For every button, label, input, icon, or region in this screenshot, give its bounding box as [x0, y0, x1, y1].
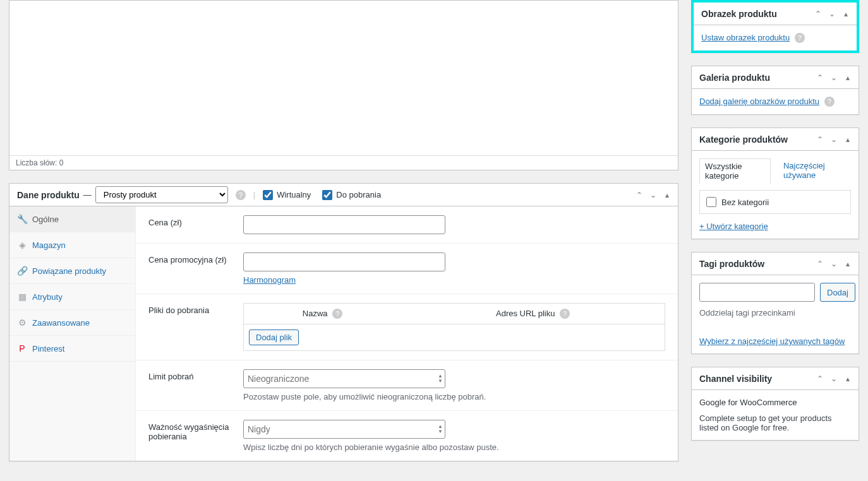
- tab-advanced[interactable]: ⚙Zaawansowane: [9, 310, 135, 336]
- toggle-icon[interactable]: ▴: [842, 73, 853, 82]
- cat-tab-popular[interactable]: Najczęściej używane: [778, 158, 851, 184]
- move-down-icon[interactable]: ⌄: [828, 374, 840, 383]
- description-editor: Liczba słów: 0: [9, 0, 678, 170]
- downloadable-checkbox-label[interactable]: Do pobrania: [322, 190, 381, 200]
- move-up-icon[interactable]: ⌃: [634, 191, 645, 199]
- help-icon[interactable]: ?: [795, 33, 805, 43]
- price-input[interactable]: [243, 215, 445, 234]
- move-down-icon[interactable]: ⌄: [648, 191, 659, 199]
- product-gallery-postbox: Galeria produktu ⌃ ⌄ ▴ Dodaj galerię obr…: [691, 66, 859, 115]
- downloadable-checkbox[interactable]: [322, 190, 332, 200]
- toggle-icon[interactable]: ▴: [661, 191, 673, 199]
- category-item[interactable]: Bez kategorii: [706, 197, 844, 207]
- help-icon[interactable]: ?: [560, 309, 570, 319]
- attributes-icon: ▦: [17, 292, 27, 302]
- tag-input[interactable]: [699, 283, 815, 302]
- expiry-label: Ważność wygaśnięcia pobierania: [148, 420, 243, 452]
- virtual-checkbox-label[interactable]: Wirtualny: [263, 190, 311, 200]
- add-file-button[interactable]: Dodaj plik: [249, 330, 299, 345]
- spinner-icon[interactable]: ▲▼: [438, 374, 443, 384]
- move-down-icon[interactable]: ⌄: [828, 73, 840, 82]
- popular-tags-link[interactable]: Wybierz z najczęściej używanych tagów: [699, 336, 851, 346]
- product-data-header: Dane produktu — Prosty produkt ? | Wirtu…: [9, 184, 678, 206]
- spinner-icon[interactable]: ▲▼: [438, 424, 443, 434]
- move-down-icon[interactable]: ⌄: [828, 259, 840, 268]
- sale-price-label: Cena promocyjna (zł): [148, 252, 243, 285]
- tab-general[interactable]: 🔧Ogólne: [9, 206, 135, 232]
- downloads-table: Nazwa ? Adres URL pliku ? Dodaj plik: [243, 303, 665, 351]
- tab-inventory[interactable]: ◈Magazyn: [9, 232, 135, 258]
- add-tag-button[interactable]: Dodaj: [820, 283, 855, 302]
- tab-attributes[interactable]: ▦Atrybuty: [9, 284, 135, 310]
- help-icon[interactable]: ?: [332, 309, 342, 319]
- move-up-icon[interactable]: ⌃: [812, 9, 824, 18]
- expiry-desc: Wpisz liczbę dni po których pobieranie w…: [243, 442, 665, 452]
- product-tags-postbox: Tagi produktów ⌃ ⌄ ▴ Dodaj Oddzielaj tag…: [691, 252, 859, 354]
- price-label: Cena (zł): [148, 215, 243, 234]
- move-up-icon[interactable]: ⌃: [814, 135, 826, 144]
- cat-tab-all[interactable]: Wszystkie kategorie: [699, 158, 771, 184]
- sale-price-input[interactable]: [243, 252, 445, 271]
- word-count: Liczba słów: 0: [9, 155, 678, 170]
- help-icon[interactable]: ?: [236, 190, 246, 200]
- category-list: Bez kategorii: [699, 190, 851, 214]
- limit-desc: Pozostaw puste pole, aby umożliwić nieog…: [243, 392, 665, 401]
- toggle-icon[interactable]: ▴: [842, 374, 853, 383]
- move-up-icon[interactable]: ⌃: [814, 259, 826, 268]
- product-image-postbox: Obrazek produktu ⌃ ⌄ ▴ Ustaw obrazek pro…: [691, 0, 859, 53]
- product-data-title: Dane produktu: [17, 190, 80, 200]
- link-icon: 🔗: [17, 266, 27, 276]
- product-gallery-title: Galeria produktu: [692, 68, 778, 88]
- move-down-icon[interactable]: ⌄: [828, 135, 840, 144]
- channel-subtitle: Google for WooCommerce: [699, 398, 851, 407]
- toggle-icon[interactable]: ▴: [842, 135, 853, 144]
- categories-title: Kategorie produktów: [692, 129, 795, 150]
- move-up-icon[interactable]: ⌃: [814, 374, 826, 383]
- add-category-link[interactable]: + Utwórz kategorię: [699, 222, 768, 231]
- editor-content[interactable]: [9, 1, 678, 155]
- col-url: Adres URL pliku ?: [401, 304, 665, 324]
- product-image-title: Obrazek produktu: [694, 4, 785, 24]
- tags-title: Tagi produktów: [692, 254, 772, 274]
- set-product-image-link[interactable]: Ustaw obrazek produktu: [701, 33, 790, 42]
- category-checkbox[interactable]: [706, 197, 716, 207]
- download-limit-input[interactable]: [243, 369, 445, 388]
- product-data-postbox: Dane produktu — Prosty produkt ? | Wirtu…: [9, 183, 678, 461]
- virtual-checkbox[interactable]: [263, 190, 273, 200]
- help-icon[interactable]: ?: [824, 97, 835, 107]
- product-type-select[interactable]: Prosty produkt: [95, 186, 228, 203]
- move-up-icon[interactable]: ⌃: [814, 73, 826, 82]
- tab-pinterest[interactable]: PPinterest: [9, 336, 135, 362]
- channel-desc: Complete setup to get your products list…: [699, 413, 851, 432]
- schedule-link[interactable]: Harmonogram: [243, 275, 296, 285]
- col-name: Nazwa ?: [244, 304, 402, 324]
- product-categories-postbox: Kategorie produktów ⌃ ⌄ ▴ Wszystkie kate…: [691, 128, 859, 239]
- inventory-icon: ◈: [17, 240, 27, 250]
- downloads-label: Pliki do pobrania: [148, 303, 243, 351]
- channel-title: Channel visibility: [692, 369, 780, 389]
- wrench-icon: 🔧: [17, 214, 27, 224]
- download-expiry-input[interactable]: [243, 420, 445, 439]
- toggle-icon[interactable]: ▴: [842, 259, 853, 268]
- add-gallery-link[interactable]: Dodaj galerię obrazków produktu: [699, 97, 819, 106]
- move-down-icon[interactable]: ⌄: [826, 9, 838, 18]
- limit-label: Limit pobrań: [148, 369, 243, 401]
- general-panel: Cena (zł) Cena promocyjna (zł) Harmonogr…: [136, 206, 678, 461]
- toggle-icon[interactable]: ▴: [840, 9, 852, 18]
- channel-visibility-postbox: Channel visibility ⌃ ⌄ ▴ Google for WooC…: [691, 367, 859, 441]
- pinterest-icon: P: [17, 343, 27, 353]
- product-data-tabs: 🔧Ogólne ◈Magazyn 🔗Powiązane produkty ▦At…: [9, 206, 136, 461]
- gear-icon: ⚙: [17, 318, 27, 328]
- tab-linked[interactable]: 🔗Powiązane produkty: [9, 258, 135, 284]
- tag-hint: Oddzielaj tagi przecinkami: [699, 308, 851, 318]
